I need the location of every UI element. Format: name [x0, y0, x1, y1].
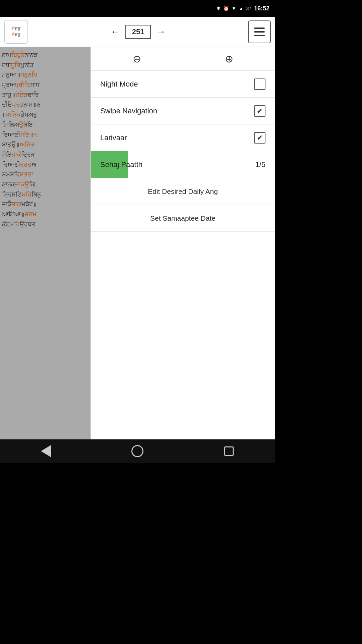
sehaj-paatth-value: 1/5 [255, 160, 265, 169]
night-mode-label: Night Mode [100, 80, 138, 89]
scripture-line: ਨਾਨਕਜਾਕਉਕਿ [2, 180, 88, 190]
menu-line-3 [254, 35, 265, 36]
wifi-icon: ▼ [232, 6, 236, 11]
menu-button[interactable] [248, 20, 271, 43]
scripture-line: ਨਾਮਬਿਹੁਨੇਨਾਨਕ [2, 50, 88, 60]
scripture-line: ਦੀਓਪ੍ਰਭਨਾਮ॥ਨ [2, 100, 88, 110]
scripture-line: ਪ੍ਰਅਪ੍ਰੀਤਿਸਾਧ [2, 80, 88, 90]
scripture-line: ਮਨੁਆ॥ਧਨੁਨਹਿ [2, 70, 88, 80]
zoom-out-icon: ⊖ [133, 53, 141, 65]
swipe-navigation-item[interactable]: Swipe Navigation [91, 98, 275, 124]
menu-line-1 [254, 28, 265, 29]
forward-arrow-button[interactable]: → [156, 26, 166, 37]
system-home-button[interactable] [127, 441, 147, 461]
scripture-line: ਤਾਹੁ॥ਜੋਏਕਢਾਰਿ [2, 90, 88, 100]
battery-icon: 37 [246, 6, 251, 11]
sehaj-paatth-item[interactable]: Sehaj Paatth 1/5 [91, 151, 275, 178]
night-mode-item[interactable]: Night Mode [91, 71, 275, 98]
logo-text: ਸੋਦਰੁਸੋਦਰੁ [12, 26, 20, 38]
bottom-nav [0, 439, 275, 463]
dropdown-menu: ⊖ ⊕ Night Mode Swipe Navigation Larivaar… [90, 47, 275, 439]
sehaj-paatth-label: Sehaj Paatth [100, 160, 142, 169]
bluetooth-icon: ✱ [217, 6, 221, 11]
scripture-line: ਰਿਆਣੀਸੋਇ॥੧ [2, 130, 88, 140]
app-logo: ਸੋਦਰੁਸੋਦਰੁ [4, 20, 28, 44]
set-samaaptee-date-item[interactable]: Set Samaaptee Date [91, 205, 275, 232]
swipe-navigation-checkbox[interactable] [254, 105, 265, 117]
system-recents-button[interactable] [219, 441, 239, 461]
zoom-in-button[interactable]: ⊕ [183, 47, 275, 70]
larivaar-label: Larivaar [100, 133, 127, 142]
larivaar-item[interactable]: Larivaar [91, 124, 275, 151]
scripture-line: ਧਧਾਧੂਰਿਪੁਨੀਤ [2, 60, 88, 70]
alarm-icon: ⏰ [223, 6, 229, 11]
set-samaaptee-date-label: Set Samaaptee Date [150, 214, 216, 222]
menu-line-2 [254, 31, 265, 33]
swipe-navigation-label: Swipe Navigation [100, 107, 157, 115]
status-time: 16:52 [254, 5, 269, 12]
scripture-line: ਜਾਕੈਭਾਗਮਥੋਰ॥ [2, 200, 88, 210]
back-triangle-icon [41, 445, 51, 457]
scripture-line: ਸੋਇਜਾਕੈਦ੍ਰਿੜ [2, 150, 88, 160]
scripture-line: ਸਮਸਰਿਸਭਤਾ [2, 170, 88, 180]
zoom-out-button[interactable]: ⊖ [91, 47, 183, 70]
edit-desired-daily-ang-item[interactable]: Edit Desired Daily Ang [91, 178, 275, 205]
scripture-line: ਮਿਲਿਅਉਕੋਇ [2, 120, 88, 130]
scripture-line: ਰਿਆਣੀਰਹਤਅ [2, 160, 88, 170]
night-mode-checkbox[interactable] [254, 78, 265, 90]
signal-icon: ▲ [239, 6, 244, 11]
recents-square-icon [224, 446, 234, 456]
status-bar: ✱ ⏰ ▼ ▲ 37 16:52 [0, 0, 275, 17]
main-area: ਨਾਮਬਿਹੁਨੇਨਾਨਕ ਧਧਾਧੂਰਿਪੁਨੀਤ ਮਨੁਆ॥ਧਨੁਨਹਿ ਪ… [0, 47, 275, 439]
scripture-line: ॥ਅਨਿਕਭੇਖਅਰੁ [2, 110, 88, 120]
scripture-line: ਆਇਆ॥ਜਨਮ [2, 210, 88, 220]
scripture-area: ਨਾਮਬਿਹੁਨੇਨਾਨਕ ਧਧਾਧੂਰਿਪੁਨੀਤ ਮਨੁਆ॥ਧਨੁਨਹਿ ਪ… [0, 47, 90, 439]
larivaar-checkbox[interactable] [254, 132, 265, 144]
scripture-line: ਬਾਤਉ॥ਅਨਿਕ [2, 140, 88, 150]
nav-center: ← 251 → [111, 25, 166, 39]
zoom-row: ⊖ ⊕ [91, 47, 275, 71]
zoom-in-icon: ⊕ [225, 53, 233, 65]
back-arrow-button[interactable]: ← [111, 26, 120, 37]
status-icons: ✱ ⏰ ▼ ▲ 37 16:52 [217, 5, 269, 12]
page-number: 251 [125, 25, 151, 39]
scripture-line: ਕੁੰਟਮਹਿਉਰਧਤ [2, 220, 88, 230]
edit-desired-daily-ang-label: Edit Desired Daily Ang [148, 187, 218, 196]
top-nav: ਸੋਦਰੁਸੋਦਰੁ ← 251 → [0, 17, 275, 47]
home-circle-icon [131, 445, 143, 457]
system-back-button[interactable] [36, 441, 56, 461]
scripture-line: ਸ੍ਰਿਸਟਿਮਹਿਬਿਨੁ [2, 190, 88, 200]
